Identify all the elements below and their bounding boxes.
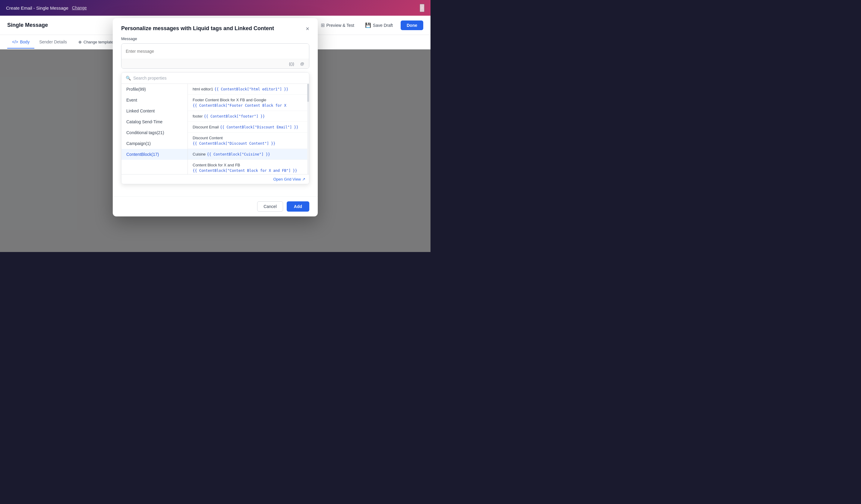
modal-close-button[interactable]: ×	[306, 26, 309, 32]
save-icon: 💾	[365, 22, 371, 28]
value-tag: {{ ContentBlock["Footer Content Block fo…	[193, 104, 286, 108]
value-label: Content Block for X and FB	[193, 163, 240, 167]
category-item-profile[interactable]: Profile(99)	[122, 84, 188, 95]
personalization-modal: Personalize messages with Liquid tags an…	[113, 18, 318, 216]
preview-test-button[interactable]: ⊞ Preview & Test	[318, 21, 357, 30]
liquid-tags-button[interactable]: {()}	[287, 61, 296, 67]
search-bar: 🔍	[122, 73, 309, 84]
message-input[interactable]	[122, 44, 309, 59]
category-item-content-block[interactable]: ContentBlock(17)	[122, 149, 188, 160]
categories-column: Profile(99)EventLinked ContentCatalog Se…	[122, 84, 188, 174]
title-bar-title: Create Email - Single Message	[6, 5, 68, 11]
save-draft-label: Save Draft	[373, 23, 393, 28]
value-item-discount-email[interactable]: Discount Email {{ ContentBlock["Discount…	[188, 122, 309, 133]
category-item-linked-content[interactable]: Linked Content	[122, 106, 188, 117]
message-label: Message	[121, 37, 309, 41]
preview-test-label: Preview & Test	[327, 23, 354, 28]
dropdown-content: Profile(99)EventLinked ContentCatalog Se…	[122, 84, 309, 174]
category-item-conditional-tags[interactable]: Conditional tags(21)	[122, 127, 188, 138]
message-input-wrapper: {()} @	[121, 43, 309, 69]
code-icon: </>	[12, 40, 18, 44]
value-item-footer[interactable]: footer {{ ContentBlock["footer"] }}	[188, 111, 309, 122]
save-draft-button[interactable]: 💾 Save Draft	[362, 21, 396, 30]
scrollbar-track	[307, 84, 309, 174]
value-item-cuisine[interactable]: Cuisine {{ ContentBlock["Cuisine"] }}	[188, 149, 309, 160]
category-item-event[interactable]: Event	[122, 95, 188, 106]
open-grid-view-link[interactable]: Open Grid View ↗	[122, 174, 309, 184]
open-grid-view-label: Open Grid View	[273, 177, 301, 181]
scrollbar-thumb[interactable]	[307, 84, 309, 102]
modal-footer: Cancel Add	[113, 196, 318, 216]
cancel-button[interactable]: Cancel	[257, 201, 283, 212]
modal-body: Message {()} @ 🔍 Profile(99)EventLinked …	[113, 37, 318, 196]
add-button[interactable]: Add	[287, 201, 309, 212]
value-item-content-block-x-fb[interactable]: Content Block for X and FB {{ ContentBlo…	[188, 160, 309, 174]
category-item-catalog-send-time[interactable]: Catalog Send-Time	[122, 117, 188, 127]
title-bar-close-button[interactable]: ×	[420, 4, 424, 12]
tab-body-label: Body	[20, 40, 29, 44]
title-bar-change-link[interactable]: Change	[72, 5, 87, 10]
message-input-toolbar: {()} @	[122, 59, 309, 68]
app-bar-title: Single Message	[7, 22, 48, 28]
value-label: Footer Content Block for X FB and Google	[193, 98, 266, 102]
value-tag: {{ ContentBlock["html editor1"] }}	[214, 87, 288, 91]
value-item-html-editor1[interactable]: html editor1 {{ ContentBlock["html edito…	[188, 84, 309, 95]
change-template-button[interactable]: ⊕ Change template	[74, 37, 118, 47]
value-label: footer	[193, 114, 203, 119]
value-tag: {{ ContentBlock["footer"] }}	[204, 114, 265, 119]
title-bar: Create Email - Single Message Change ×	[0, 0, 430, 16]
value-label: Cuisine	[193, 152, 206, 156]
properties-dropdown: 🔍 Profile(99)EventLinked ContentCatalog …	[121, 72, 309, 184]
tab-body[interactable]: </> Body	[7, 36, 35, 49]
preview-icon: ⊞	[321, 22, 325, 28]
tab-sender-details[interactable]: Sender Details	[35, 36, 72, 49]
value-label: Discount Email	[193, 125, 219, 129]
done-button[interactable]: Done	[401, 21, 423, 30]
modal-header: Personalize messages with Liquid tags an…	[113, 18, 318, 37]
change-template-label: Change template	[83, 40, 113, 44]
tab-sender-details-label: Sender Details	[39, 40, 67, 44]
external-link-icon: ↗	[302, 177, 305, 181]
category-item-campaign[interactable]: Campaign(1)	[122, 138, 188, 149]
search-icon: 🔍	[126, 76, 131, 81]
value-item-footer-content-block[interactable]: Footer Content Block for X FB and Google…	[188, 95, 309, 111]
at-button[interactable]: @	[299, 61, 306, 67]
value-tag: {{ ContentBlock["Discount Content"] }}	[193, 141, 275, 146]
search-input[interactable]	[133, 76, 305, 81]
value-label: html editor1	[193, 87, 213, 91]
value-item-discount-content[interactable]: Discount Content {{ ContentBlock["Discou…	[188, 133, 309, 149]
change-template-icon: ⊕	[78, 40, 82, 44]
value-tag: {{ ContentBlock["Discount Email"] }}	[220, 125, 299, 129]
value-tag: {{ ContentBlock["Content Block for X and…	[193, 168, 297, 173]
values-column: html editor1 {{ ContentBlock["html edito…	[188, 84, 309, 174]
value-tag: {{ ContentBlock["Cuisine"] }}	[207, 152, 270, 156]
modal-title: Personalize messages with Liquid tags an…	[121, 25, 274, 32]
title-bar-left: Create Email - Single Message Change	[6, 5, 87, 11]
value-label: Discount Content	[193, 136, 223, 140]
